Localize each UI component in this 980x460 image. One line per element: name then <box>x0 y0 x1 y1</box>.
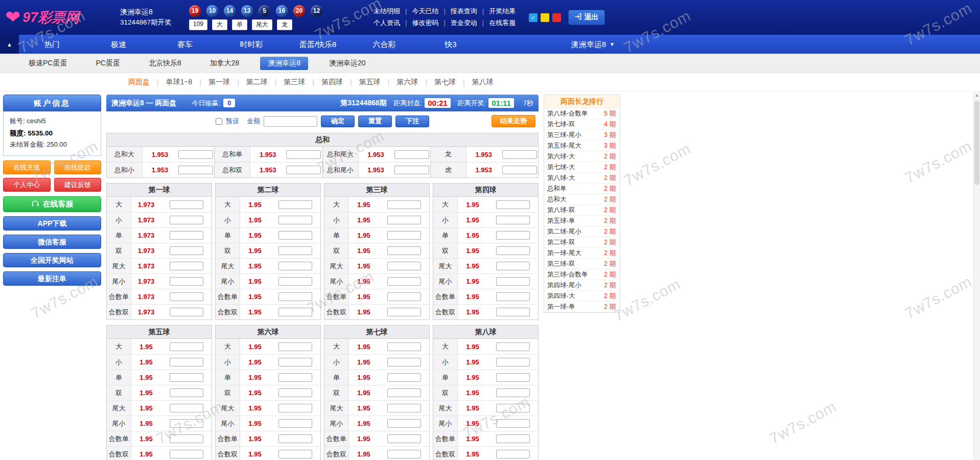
bet-amount-input[interactable] <box>278 246 312 255</box>
bet-amount-input[interactable] <box>170 262 203 270</box>
bet-amount-input[interactable] <box>170 246 203 255</box>
top-link[interactable]: 今天已结 <box>407 7 444 15</box>
bet-amount-input[interactable] <box>496 450 530 458</box>
wechat-service-button[interactable]: 微信客服 <box>3 235 101 249</box>
bet-amount-input[interactable] <box>278 200 312 209</box>
bet-amount-input[interactable] <box>278 216 312 224</box>
bet-amount-input[interactable] <box>496 342 530 351</box>
nav-item[interactable]: 六合彩 <box>351 35 417 54</box>
bet-amount-input[interactable] <box>496 308 530 316</box>
bet-amount-input[interactable] <box>170 373 203 382</box>
bet-amount-input[interactable] <box>387 262 421 270</box>
nav-item[interactable]: 蛋蛋/快乐8 <box>285 35 351 54</box>
nav-item[interactable]: 快3 <box>417 35 484 54</box>
bet-amount-input[interactable] <box>496 277 530 286</box>
logout-button[interactable]: 退出 <box>568 10 605 25</box>
bet-amount-input[interactable] <box>496 216 530 224</box>
bet-amount-input[interactable] <box>170 404 203 412</box>
bet-amount-input[interactable] <box>496 231 530 240</box>
bet-amount-input[interactable] <box>496 388 530 397</box>
top-link[interactable]: 在线客服 <box>484 19 521 27</box>
bet-amount-input[interactable] <box>387 216 421 224</box>
bet-amount-input[interactable] <box>170 200 203 209</box>
bet-amount-input[interactable] <box>387 419 421 428</box>
bet-amount-input[interactable] <box>387 277 421 286</box>
bet-amount-input[interactable] <box>170 342 203 351</box>
bet-amount-input[interactable] <box>178 150 213 159</box>
bet-amount-input[interactable] <box>278 292 312 301</box>
subnav-item[interactable]: 加拿大28 <box>202 57 247 70</box>
bet-amount-input[interactable] <box>387 292 421 301</box>
tab[interactable]: 第二球 <box>239 78 275 87</box>
bet-amount-input[interactable] <box>278 434 312 443</box>
theme-red-swatch[interactable] <box>552 13 561 22</box>
top-link[interactable]: 资金变动 <box>446 19 482 27</box>
online-service-button[interactable]: 在线客服 <box>3 196 101 212</box>
bet-amount-input[interactable] <box>496 358 530 366</box>
app-download-button[interactable]: APP下载 <box>3 216 101 231</box>
subnav-item[interactable]: 北京快乐8 <box>141 57 189 70</box>
bet-amount-input[interactable] <box>278 231 312 240</box>
bet-amount-input[interactable] <box>278 262 312 270</box>
bet-amount-input[interactable] <box>170 450 203 458</box>
nav-item[interactable]: 热门 <box>19 35 85 54</box>
reset-button[interactable]: 重置 <box>358 116 392 127</box>
bet-amount-input[interactable] <box>170 277 203 286</box>
nav-item[interactable]: 极速 <box>85 35 152 54</box>
withdraw-button[interactable]: 在线提款 <box>54 160 102 174</box>
site-logo[interactable]: ❤ 97彩票网 <box>5 8 120 27</box>
bet-amount-input[interactable] <box>178 166 213 174</box>
tab[interactable]: 第一球 <box>201 78 237 87</box>
national-results-button[interactable]: 全国开奖网站 <box>3 253 101 267</box>
bet-amount-input[interactable] <box>387 308 421 316</box>
tab[interactable]: 两面盘 <box>121 78 157 87</box>
subnav-item[interactable]: 澳洲幸运20 <box>321 57 374 70</box>
amount-input[interactable] <box>264 116 317 127</box>
bet-amount-input[interactable] <box>387 373 421 382</box>
current-lottery-selector[interactable]: 澳洲幸运8 ▼ <box>571 35 621 54</box>
tab[interactable]: 第六球 <box>389 78 425 87</box>
bet-amount-input[interactable] <box>170 388 203 397</box>
collapse-button[interactable]: ▲ <box>0 35 19 54</box>
bet-amount-input[interactable] <box>394 166 429 174</box>
bet-amount-input[interactable] <box>502 166 537 174</box>
bet-amount-input[interactable] <box>278 342 312 351</box>
bet-amount-input[interactable] <box>496 200 530 209</box>
latest-orders-button[interactable]: 最新注单 <box>3 271 101 286</box>
bet-amount-input[interactable] <box>387 246 421 255</box>
tab[interactable]: 第七球 <box>427 78 463 87</box>
top-link[interactable]: 未结明细 <box>368 7 405 15</box>
bet-amount-input[interactable] <box>278 277 312 286</box>
bet-amount-input[interactable] <box>496 419 530 428</box>
bet-amount-input[interactable] <box>278 450 312 458</box>
nav-item[interactable]: 时时彩 <box>218 35 285 54</box>
bet-amount-input[interactable] <box>496 246 530 255</box>
bet-amount-input[interactable] <box>496 292 530 301</box>
bet-amount-input[interactable] <box>387 342 421 351</box>
bet-amount-input[interactable] <box>170 292 203 301</box>
confirm-button[interactable]: 确定 <box>321 116 355 127</box>
bet-amount-input[interactable] <box>170 308 203 316</box>
personal-center-button[interactable]: 个人中心 <box>3 178 51 192</box>
bet-amount-input[interactable] <box>170 419 203 428</box>
top-link[interactable]: 报表查询 <box>446 7 482 15</box>
recharge-button[interactable]: 在线充值 <box>3 160 51 174</box>
tab[interactable]: 第三球 <box>276 78 312 87</box>
preset-checkbox[interactable] <box>216 118 222 125</box>
theme-yellow-swatch[interactable] <box>541 13 549 22</box>
subnav-item[interactable]: PC蛋蛋 <box>88 57 127 70</box>
top-link[interactable]: 开奖结果 <box>484 7 521 15</box>
bet-amount-input[interactable] <box>387 388 421 397</box>
bet-amount-input[interactable] <box>496 434 530 443</box>
bet-amount-input[interactable] <box>278 404 312 412</box>
tab[interactable]: 第四球 <box>314 78 350 87</box>
feedback-button[interactable]: 建议反馈 <box>54 178 102 192</box>
bet-amount-input[interactable] <box>387 434 421 443</box>
result-trend-button[interactable]: 结果走势 <box>492 115 535 127</box>
bet-amount-input[interactable] <box>496 373 530 382</box>
bet-amount-input[interactable] <box>286 166 321 174</box>
bet-amount-input[interactable] <box>278 388 312 397</box>
top-link[interactable]: 修改密码 <box>407 19 444 27</box>
tab[interactable]: 第五球 <box>352 78 388 87</box>
subnav-item[interactable]: 极速PC蛋蛋 <box>21 57 75 70</box>
